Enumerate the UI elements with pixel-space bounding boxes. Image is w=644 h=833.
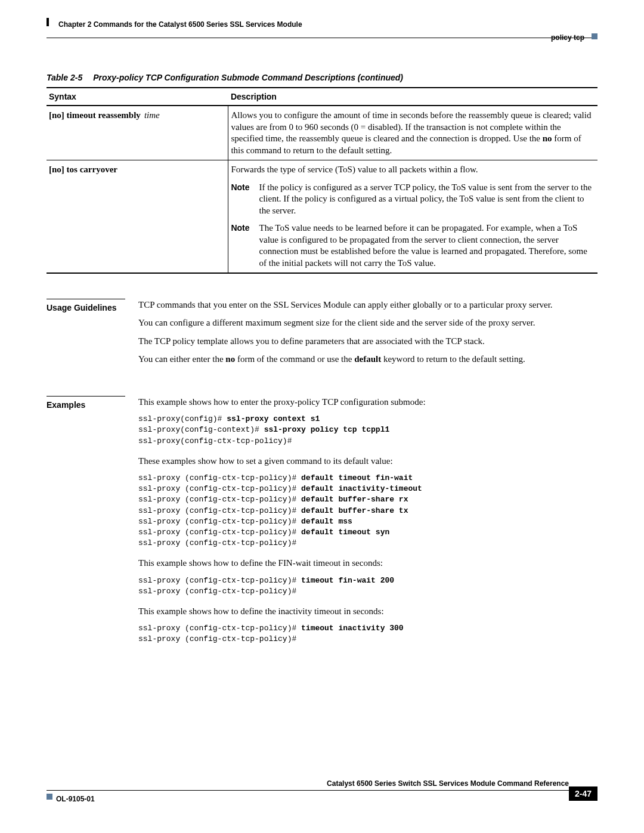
- page-content: Table 2-5Proxy-policy TCP Configuration …: [47, 73, 597, 654]
- note-label: Note: [231, 222, 249, 269]
- table-row: [no] tos carryover Forwards the type of …: [47, 160, 597, 274]
- header-marker-icon: [592, 33, 597, 39]
- body-paragraph: TCP commands that you enter on the SSL S…: [138, 299, 597, 311]
- code-prompt: ssl-proxy (config-ctx-tcp-policy)#: [138, 624, 301, 633]
- note-block: Note If the policy is configured as a se…: [231, 182, 595, 217]
- table-caption: Table 2-5Proxy-policy TCP Configuration …: [47, 73, 597, 82]
- section-label: Examples: [47, 396, 125, 654]
- page-footer: Catalyst 6500 Series Switch SSL Services…: [47, 782, 597, 806]
- code-prompt: ssl-proxy (config-ctx-tcp-policy)#: [138, 506, 301, 515]
- section-body: This example shows how to enter the prox…: [138, 396, 597, 654]
- body-bold: default: [354, 354, 381, 364]
- note-text: If the policy is configured as a server …: [259, 182, 595, 217]
- footer-doc-id: OL-9105-01: [56, 795, 95, 803]
- body-paragraph: This example shows how to enter the prox…: [138, 396, 597, 408]
- code-block: ssl-proxy(config)# ssl-proxy context s1 …: [138, 414, 597, 447]
- note-block: Note The ToS value needs to be learned b…: [231, 222, 595, 269]
- body-bold: no: [225, 354, 235, 364]
- usage-guidelines-section: Usage Guidelines TCP commands that you e…: [47, 299, 597, 371]
- table-row: [no] timeout reassemblytime Allows you t…: [47, 106, 597, 160]
- footer-marker-icon: [47, 794, 52, 800]
- topic-label: policy tcp: [551, 33, 584, 42]
- code-prompt: ssl-proxy (config-ctx-tcp-policy)#: [138, 634, 296, 643]
- desc-bold: no: [543, 134, 552, 143]
- table-title: Proxy-policy TCP Configuration Submode C…: [93, 73, 403, 82]
- code-prompt: ssl-proxy (config-ctx-tcp-policy)#: [138, 517, 301, 526]
- footer-rule: [47, 790, 569, 791]
- chapter-label: Chapter 2 Commands for the Catalyst 6500…: [58, 20, 302, 29]
- note-text: The ToS value needs to be learned before…: [259, 222, 595, 269]
- code-cmd: default timeout fin-wait: [301, 473, 413, 482]
- code-block: ssl-proxy (config-ctx-tcp-policy)# defau…: [138, 473, 597, 549]
- code-cmd: default timeout syn: [301, 528, 389, 537]
- section-label: Usage Guidelines: [47, 299, 125, 371]
- body-paragraph: This example shows how to define the FIN…: [138, 557, 597, 569]
- code-cmd: default inactivity-timeout: [301, 484, 422, 493]
- code-prompt: ssl-proxy(config-context)#: [138, 425, 264, 434]
- page-number: 2-47: [569, 786, 597, 801]
- desc-cell: Allows you to configure the amount of ti…: [228, 106, 597, 160]
- page-header: Chapter 2 Commands for the Catalyst 6500…: [47, 20, 597, 38]
- desc-cell: Forwards the type of service (ToS) value…: [228, 160, 597, 274]
- body-text: form of the command or use the: [235, 354, 354, 364]
- code-cmd: ssl-proxy context s1: [227, 414, 320, 423]
- desc-text: Forwards the type of service (ToS) value…: [231, 165, 478, 174]
- code-prompt: ssl-proxy (config-ctx-tcp-policy)#: [138, 538, 296, 547]
- code-prompt: ssl-proxy (config-ctx-tcp-policy)#: [138, 473, 301, 482]
- code-prompt: ssl-proxy (config-ctx-tcp-policy)#: [138, 576, 301, 585]
- body-paragraph: This example shows how to define the ina…: [138, 605, 597, 617]
- code-cmd: default buffer-share rx: [301, 495, 408, 504]
- syntax-keyword: [no] timeout reassembly: [49, 110, 141, 120]
- command-table: Syntax Description [no] timeout reassemb…: [47, 87, 597, 274]
- revision-bar-icon: [47, 18, 49, 26]
- footer-doc-title: Catalyst 6500 Series Switch SSL Services…: [327, 779, 569, 788]
- code-cmd: timeout fin-wait 200: [301, 576, 394, 585]
- code-prompt: ssl-proxy (config-ctx-tcp-policy)#: [138, 484, 301, 493]
- syntax-text: [no] tos carryover: [49, 165, 117, 174]
- section-body: TCP commands that you enter on the SSL S…: [138, 299, 597, 371]
- code-block: ssl-proxy (config-ctx-tcp-policy)# timeo…: [138, 623, 597, 645]
- body-paragraph: The TCP policy template allows you to de…: [138, 335, 597, 347]
- code-block: ssl-proxy (config-ctx-tcp-policy)# timeo…: [138, 575, 597, 597]
- code-prompt: ssl-proxy (config-ctx-tcp-policy)#: [138, 528, 301, 537]
- code-prompt: ssl-proxy (config-ctx-tcp-policy)#: [138, 587, 296, 596]
- code-prompt: ssl-proxy(config)#: [138, 414, 227, 423]
- code-cmd: default mss: [301, 517, 352, 526]
- col-desc-header: Description: [228, 88, 597, 106]
- syntax-keyword: [no] tos carryover: [49, 165, 117, 174]
- code-prompt: ssl-proxy(config-ctx-tcp-policy)#: [138, 436, 292, 445]
- desc-text: Allows you to configure the amount of ti…: [231, 110, 591, 143]
- col-syntax-header: Syntax: [47, 88, 228, 106]
- body-text: You can either enter the: [138, 354, 225, 364]
- code-cmd: ssl-proxy policy tcp tcppl1: [264, 425, 390, 434]
- note-label: Note: [231, 182, 249, 217]
- body-paragraph: You can either enter the no form of the …: [138, 353, 597, 365]
- table-number: Table 2-5: [47, 73, 82, 82]
- body-paragraph: You can configure a different maximum se…: [138, 317, 597, 329]
- body-text: keyword to return to the default setting…: [381, 354, 525, 364]
- code-prompt: ssl-proxy (config-ctx-tcp-policy)#: [138, 495, 301, 504]
- code-cmd: timeout inactivity 300: [301, 624, 404, 633]
- code-cmd: default buffer-share tx: [301, 506, 408, 515]
- examples-section: Examples This example shows how to enter…: [47, 396, 597, 654]
- syntax-arg: time: [144, 110, 160, 120]
- body-paragraph: These examples show how to set a given c…: [138, 455, 597, 467]
- syntax-text: [no] timeout reassemblytime: [49, 110, 160, 120]
